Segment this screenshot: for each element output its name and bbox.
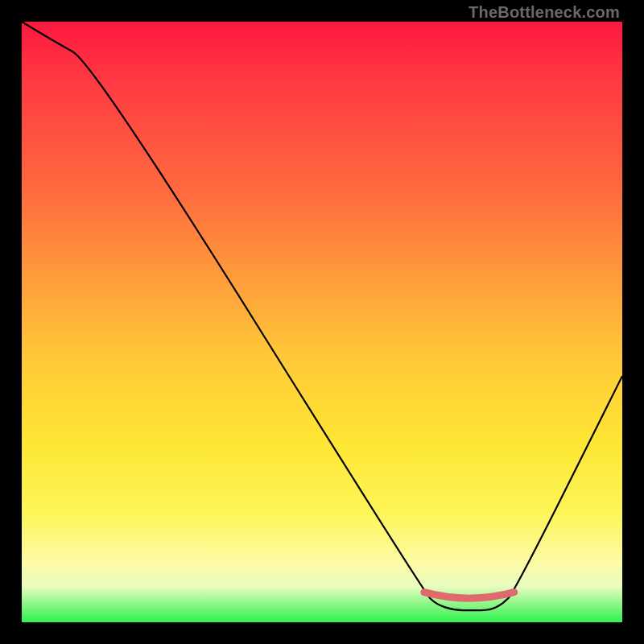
marker-segment <box>424 592 514 598</box>
curve-layer <box>22 22 622 622</box>
chart-frame: TheBottleneck.com <box>0 0 644 644</box>
bottleneck-curve <box>22 22 622 610</box>
plot-area <box>22 22 622 622</box>
watermark-text: TheBottleneck.com <box>469 3 620 22</box>
